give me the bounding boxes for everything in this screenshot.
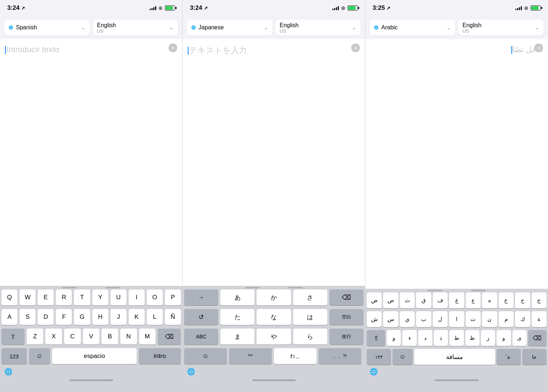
key-g[interactable]: G xyxy=(74,309,90,325)
ar-key-dal[interactable]: د xyxy=(418,330,432,346)
jp-key-abc[interactable]: ABC xyxy=(184,329,218,345)
ar-return-key[interactable]: جا xyxy=(522,349,547,365)
jp-key-na[interactable]: な xyxy=(257,309,291,325)
key-n[interactable]: N xyxy=(120,329,137,345)
return-key-1[interactable]: intro xyxy=(139,348,181,364)
ar-key-ain[interactable]: ع xyxy=(466,292,481,308)
ar-key-fa[interactable]: ف xyxy=(433,292,448,308)
key-r[interactable]: R xyxy=(56,289,72,305)
clear-button-2[interactable]: ✕ xyxy=(351,43,360,52)
ar-emoji-key[interactable]: ☺ xyxy=(393,349,413,365)
key-q[interactable]: Q xyxy=(1,289,17,305)
ar-key-waw[interactable]: و xyxy=(497,330,511,346)
jp-key-punct[interactable]: 、。?! xyxy=(319,348,361,364)
globe-icon-3[interactable]: 🌐 xyxy=(370,368,378,376)
ar-key-alef[interactable]: ا xyxy=(449,311,464,327)
jp-key-ka[interactable]: か xyxy=(257,289,291,305)
jp-key-undo[interactable]: ↺ xyxy=(184,309,218,325)
clear-button-1[interactable]: ✕ xyxy=(169,43,177,52)
key-v[interactable]: V xyxy=(83,329,100,345)
globe-icon-2[interactable]: 🌐 xyxy=(187,368,195,376)
key-c[interactable]: C xyxy=(64,329,81,345)
ar-char-key[interactable]: ﺓ̈ xyxy=(497,349,521,365)
ar-key-lam[interactable]: ل xyxy=(433,311,448,327)
text-input-area-1[interactable]: ✕ Introducir texto xyxy=(0,39,182,286)
key-t[interactable]: T xyxy=(74,289,90,305)
ar-key-ya[interactable]: ي xyxy=(400,311,415,327)
key-j[interactable]: J xyxy=(111,309,126,325)
ar-key-waw2[interactable]: و xyxy=(387,330,401,346)
jp-key-ya[interactable]: や xyxy=(257,329,291,345)
jp-key-emoji[interactable]: ☺ xyxy=(184,348,227,364)
jp-key-ma[interactable]: ま xyxy=(220,329,254,345)
ar-num-key[interactable]: ١٢٣ xyxy=(367,349,391,365)
shift-key-1[interactable]: ⇧ xyxy=(1,329,25,345)
ar-space-key[interactable]: مسافة xyxy=(414,349,495,365)
jp-key-wa[interactable]: わ＿ xyxy=(274,348,317,364)
ar-key-shin[interactable]: ش xyxy=(367,311,382,327)
ar-key-ha2[interactable]: ه xyxy=(482,292,497,308)
key-f[interactable]: F xyxy=(56,309,72,325)
target-lang-selector-1[interactable]: English US ⌄ xyxy=(93,20,178,36)
ar-key-ba[interactable]: ب xyxy=(416,311,431,327)
key-o[interactable]: O xyxy=(147,289,163,305)
ar-key-ta[interactable]: ت xyxy=(466,311,481,327)
ar-key-sad[interactable]: ص xyxy=(383,292,398,308)
key-d[interactable]: D xyxy=(38,309,54,325)
jp-key-hat[interactable]: ^^ xyxy=(229,348,272,364)
jp-key-ra[interactable]: ら xyxy=(293,329,327,345)
target-lang-selector-3[interactable]: English US ⌄ xyxy=(458,20,544,36)
emoji-key-1[interactable]: ☺ xyxy=(29,348,50,364)
ar-key-tha2[interactable]: ط xyxy=(449,330,464,346)
jp-key-a[interactable]: あ xyxy=(220,289,254,305)
ar-key-nun[interactable]: ن xyxy=(482,311,497,327)
key-y[interactable]: Y xyxy=(92,289,108,305)
text-input-area-2[interactable]: ✕ テキストを入力 xyxy=(183,39,365,286)
key-e[interactable]: E xyxy=(38,289,54,305)
ar-shift-key[interactable]: ⇧ xyxy=(367,330,385,346)
key-w[interactable]: W xyxy=(20,289,36,305)
ar-key-tha[interactable]: ث xyxy=(400,292,415,308)
ar-key-ta-m[interactable]: ة xyxy=(532,311,547,327)
ar-key-dad[interactable]: ض xyxy=(367,292,382,308)
target-lang-selector-2[interactable]: English US ⌄ xyxy=(275,20,361,36)
jp-delete-key[interactable]: ⌫ xyxy=(329,289,364,305)
key-m[interactable]: M xyxy=(139,329,156,345)
jp-key-ta[interactable]: た xyxy=(220,309,254,325)
ar-key-jim[interactable]: ج xyxy=(532,292,547,308)
text-input-area-3[interactable]: ✕ أدخل نصًا xyxy=(365,39,548,289)
key-l[interactable]: L xyxy=(147,309,163,325)
jp-key-arrow[interactable]: → xyxy=(184,289,218,305)
source-lang-selector-1[interactable]: Spanish ⌄ xyxy=(4,20,90,36)
num-key-1[interactable]: 123 xyxy=(1,348,27,364)
key-b[interactable]: B xyxy=(101,329,118,345)
ar-key-ha[interactable]: ح xyxy=(515,292,530,308)
key-k[interactable]: K xyxy=(129,309,145,325)
ar-key-dhal[interactable]: ذ xyxy=(434,330,448,346)
key-n-tilde[interactable]: Ñ xyxy=(165,309,181,325)
ar-key-kha[interactable]: خ xyxy=(499,292,514,308)
ar-key-ghain[interactable]: غ xyxy=(449,292,464,308)
jp-key-space[interactable]: 空白 xyxy=(329,309,364,325)
space-key-1[interactable]: espacio xyxy=(52,348,137,364)
key-x[interactable]: X xyxy=(45,329,62,345)
ar-key-sin[interactable]: س xyxy=(383,311,398,327)
key-a[interactable]: A xyxy=(1,309,17,325)
key-z[interactable]: Z xyxy=(27,329,43,345)
key-p[interactable]: P xyxy=(165,289,181,305)
key-h[interactable]: H xyxy=(92,309,108,325)
ar-key-qaf[interactable]: ق xyxy=(416,292,431,308)
jp-key-ha[interactable]: は xyxy=(293,309,327,325)
ar-key-mim[interactable]: م xyxy=(499,311,514,327)
delete-key-1[interactable]: ⌫ xyxy=(158,329,181,345)
ar-key-kaf[interactable]: ك xyxy=(515,311,530,327)
ar-delete-key[interactable]: ⌫ xyxy=(528,330,547,346)
key-i[interactable]: I xyxy=(129,289,145,305)
jp-key-sa[interactable]: さ xyxy=(293,289,327,305)
ar-key-hamza[interactable]: ء xyxy=(402,330,416,346)
globe-icon-1[interactable]: 🌐 xyxy=(4,368,12,376)
source-lang-selector-3[interactable]: Arabic ⌄ xyxy=(370,20,455,36)
ar-key-zay[interactable]: ز xyxy=(481,330,495,346)
source-lang-selector-2[interactable]: Japanese ⌄ xyxy=(187,20,273,36)
ar-key-zha[interactable]: ظ xyxy=(465,330,480,346)
